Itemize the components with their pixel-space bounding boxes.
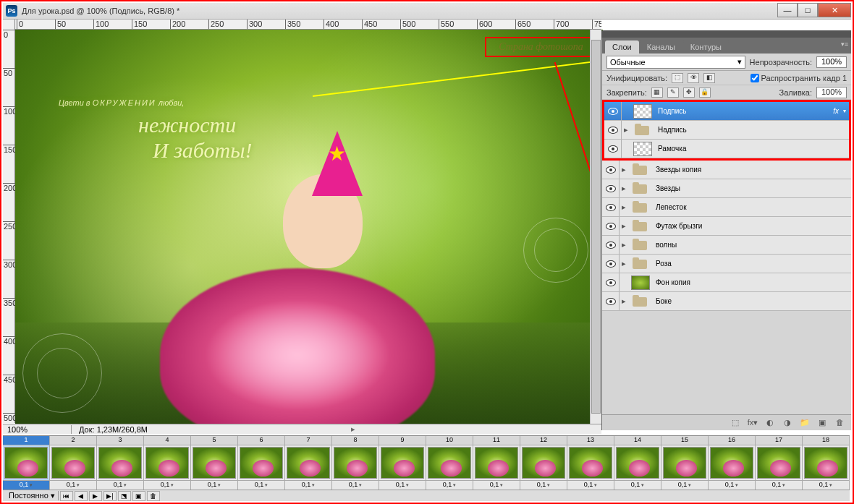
expand-arrow-icon[interactable]: ▸	[620, 221, 628, 231]
layer-effects-icon[interactable]: fx▾	[747, 418, 758, 428]
new-layer-icon[interactable]: ▣	[816, 418, 828, 428]
link-layers-icon[interactable]: ⬚	[730, 418, 741, 428]
delete-frame-button[interactable]: 🗑	[147, 491, 160, 501]
layer-name-label[interactable]: Звезды копия	[653, 166, 851, 174]
animation-frame[interactable]: 90,1	[379, 436, 426, 490]
animation-frame[interactable]: 70,1	[285, 436, 332, 490]
opacity-input[interactable]: 100%	[816, 56, 847, 68]
duplicate-frame-button[interactable]: ▣	[132, 491, 145, 501]
layer-mask-icon[interactable]: ◐	[764, 418, 776, 428]
frame-delay-select[interactable]: 0,1	[285, 480, 331, 490]
frame-delay-select[interactable]: 0,1	[803, 480, 849, 490]
layer-row[interactable]: Рамочка	[604, 140, 849, 158]
tab-paths[interactable]: Контуры	[683, 40, 729, 54]
layer-row[interactable]: Фон копия	[602, 273, 851, 292]
unify-visibility-icon[interactable]: 👁	[688, 73, 699, 83]
visibility-toggle[interactable]	[602, 255, 620, 273]
frame-delay-select[interactable]: 0,1	[332, 480, 379, 490]
expand-arrow-icon[interactable]: ▸	[620, 184, 628, 193]
adjustment-layer-icon[interactable]: ◑	[782, 418, 793, 428]
animation-frame[interactable]: 170,1	[756, 436, 803, 490]
layer-name-label[interactable]: Рамочка	[655, 145, 849, 153]
visibility-toggle[interactable]	[604, 140, 622, 158]
visibility-toggle[interactable]	[602, 292, 620, 310]
visibility-toggle[interactable]	[602, 273, 620, 291]
frame-delay-select[interactable]: 0,1	[709, 480, 755, 490]
animation-frame[interactable]: 180,1	[803, 436, 850, 490]
zoom-level[interactable]: 100%	[3, 425, 72, 434]
animation-frame[interactable]: 50,1	[191, 436, 238, 490]
animation-frame[interactable]: 20,1	[50, 436, 97, 490]
layer-name-label[interactable]: Роза	[653, 260, 851, 268]
minimize-button[interactable]: —	[777, 3, 798, 17]
frame-delay-select[interactable]: 0,1	[50, 480, 96, 490]
fx-badge[interactable]: fx	[833, 107, 839, 115]
canvas-vertical-scrollbar[interactable]	[590, 30, 601, 424]
first-frame-button[interactable]: ⏮	[60, 491, 73, 501]
animation-frame[interactable]: 80,1	[332, 436, 379, 490]
lock-position-icon[interactable]: ✥	[683, 87, 695, 98]
animation-frame[interactable]: 60,1	[238, 436, 285, 490]
lock-pixels-icon[interactable]: ✎	[667, 87, 679, 98]
layer-name-label[interactable]: Футаж брызги	[653, 222, 851, 230]
layer-name-label[interactable]: Подпись	[655, 107, 833, 115]
layer-name-label[interactable]: Надпись	[655, 126, 849, 134]
frame-delay-select[interactable]: 0,1	[520, 480, 567, 490]
layer-row[interactable]: ▸волны	[602, 236, 851, 255]
layer-row[interactable]: ▸Роза	[602, 255, 851, 273]
frame-delay-select[interactable]: 0,1	[756, 480, 802, 490]
layer-row[interactable]: ▸Звезды копия	[602, 161, 851, 179]
animation-frame[interactable]: 100,1	[426, 436, 473, 490]
expand-arrow-icon[interactable]: ▸	[620, 259, 628, 268]
animation-frame[interactable]: 120,1	[520, 436, 567, 490]
layer-row[interactable]: ▸Боке	[602, 292, 851, 311]
group-layers-icon[interactable]: 📁	[799, 418, 811, 428]
frame-delay-select[interactable]: 0,1	[144, 480, 190, 490]
layer-row[interactable]: ▸Лепесток	[602, 198, 851, 217]
visibility-toggle[interactable]	[602, 217, 620, 235]
expand-arrow-icon[interactable]: ▸	[620, 202, 628, 212]
layer-name-label[interactable]: Боке	[653, 297, 851, 305]
blend-mode-select[interactable]: Обычные▾	[606, 56, 745, 69]
animation-frame[interactable]: 160,1	[709, 436, 756, 490]
checkbox-input[interactable]	[751, 74, 759, 82]
frame-delay-select[interactable]: 0,1	[426, 480, 473, 490]
frame-delay-select[interactable]: 0,1	[614, 480, 661, 490]
animation-frame[interactable]: 140,1	[614, 436, 661, 490]
frame-delay-select[interactable]: 0,1	[567, 480, 614, 490]
layer-row[interactable]: ▸Надпись	[604, 121, 849, 140]
layer-row[interactable]: ▸Звезды	[602, 179, 851, 198]
layer-name-label[interactable]: Фон копия	[653, 278, 851, 286]
panel-grip[interactable]	[601, 30, 851, 38]
frame-delay-select[interactable]: 0,1	[473, 480, 520, 490]
animation-frame[interactable]: 40,1	[144, 436, 191, 490]
layer-row[interactable]: ▸Футаж брызги	[602, 217, 851, 236]
close-button[interactable]: ✕	[818, 3, 851, 17]
animation-frame[interactable]: 110,1	[473, 436, 520, 490]
unify-style-icon[interactable]: ◧	[703, 73, 715, 83]
visibility-toggle[interactable]	[602, 198, 620, 216]
lock-transparency-icon[interactable]: ▦	[651, 87, 663, 98]
maximize-button[interactable]: □	[798, 3, 818, 17]
visibility-toggle[interactable]	[604, 121, 622, 139]
expand-arrow-icon[interactable]: ▸	[620, 165, 628, 174]
visibility-toggle[interactable]	[602, 236, 620, 254]
frame-delay-select[interactable]: 0,1	[661, 480, 708, 490]
layer-row[interactable]: Подписьfx▾	[604, 102, 849, 121]
frame-delay-select[interactable]: 0,1	[238, 480, 284, 490]
next-frame-button[interactable]: ▶|	[103, 491, 117, 501]
expand-arrow-icon[interactable]: ▸	[622, 125, 630, 134]
animation-frame[interactable]: 150,1	[661, 436, 709, 490]
document-canvas[interactable]: ★ Цвети в ОКРУЖЕНИИ любви, нежности И за…	[15, 30, 603, 424]
chevron-down-icon[interactable]: ▾	[843, 108, 846, 114]
animation-frame[interactable]: 10,1	[3, 436, 50, 490]
panel-menu-icon[interactable]: ▾≡	[841, 40, 848, 48]
expand-arrow-icon[interactable]: ▸	[620, 296, 628, 306]
animation-frame[interactable]: 30,1	[97, 436, 144, 490]
unify-position-icon[interactable]: ⬚	[672, 73, 683, 83]
lock-all-icon[interactable]: 🔒	[699, 87, 711, 98]
info-dropdown-icon[interactable]: ▸	[351, 424, 355, 434]
layer-name-label[interactable]: Лепесток	[653, 203, 851, 211]
visibility-toggle[interactable]	[604, 102, 622, 120]
prev-frame-button[interactable]: ◀	[75, 491, 88, 501]
